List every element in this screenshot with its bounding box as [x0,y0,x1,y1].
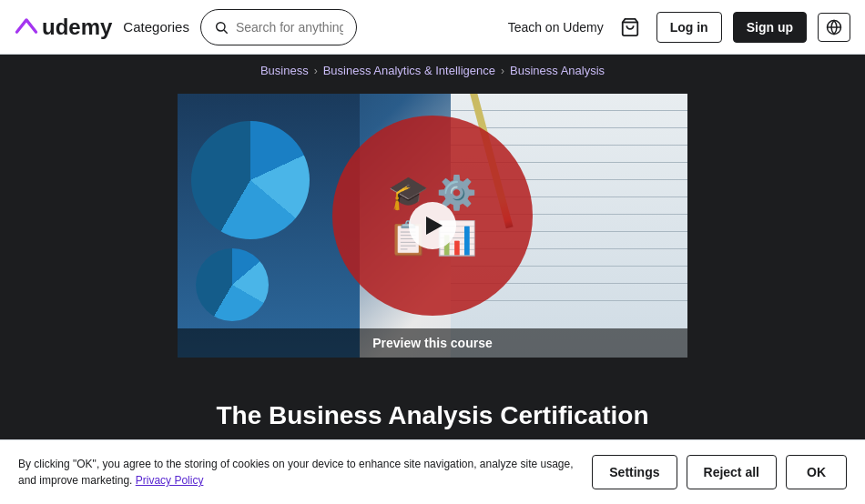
breadcrumb-sep-2: › [501,65,504,77]
svg-line-1 [224,30,228,34]
cart-icon [620,17,640,37]
pie-chart-large [191,121,310,239]
cookie-settings-button[interactable]: Settings [592,455,677,489]
svg-point-0 [217,22,225,30]
cookie-text: By clicking "OK", you agree to the stori… [18,456,577,489]
cart-button[interactable] [615,12,646,43]
search-input[interactable] [236,20,343,35]
teach-link[interactable]: Teach on Udemy [508,20,604,35]
breadcrumb-analytics[interactable]: Business Analytics & Intelligence [323,64,495,77]
search-bar [200,9,357,45]
main-content: 🎓 ⚙️ 📋 📊 Preview this course The Busines… [0,86,865,358]
header: udemy Categories Teach on Udemy Log in S… [0,0,865,55]
breadcrumb-business[interactable]: Business [260,64,309,77]
play-button[interactable] [409,202,456,249]
pie-chart-small [196,248,269,321]
logo-text: udemy [42,15,112,40]
globe-icon [826,19,842,35]
cookie-buttons: Settings Reject all OK [592,455,847,489]
login-button[interactable]: Log in [656,12,722,43]
language-button[interactable] [818,13,850,42]
search-icon [214,20,229,35]
course-title-area: The Business Analysis Certification [0,382,865,440]
breadcrumb: Business › Business Analytics & Intellig… [0,55,865,86]
cookie-banner: By clicking "OK", you agree to the stori… [0,439,865,504]
logo[interactable]: udemy [15,15,112,40]
cookie-ok-button[interactable]: OK [786,455,847,489]
privacy-policy-link[interactable]: Privacy Policy [136,474,204,487]
breadcrumb-analysis[interactable]: Business Analysis [510,64,605,77]
breadcrumb-sep-1: › [314,65,318,77]
play-triangle-icon [426,217,443,235]
signup-button[interactable]: Sign up [733,12,807,43]
udemy-logo-icon [15,15,38,39]
video-preview[interactable]: 🎓 ⚙️ 📋 📊 Preview this course [178,94,687,358]
categories-button[interactable]: Categories [123,19,189,35]
course-title: The Business Analysis Certification [73,400,792,431]
preview-label: Preview this course [178,328,687,358]
cookie-reject-button[interactable]: Reject all [687,455,777,489]
